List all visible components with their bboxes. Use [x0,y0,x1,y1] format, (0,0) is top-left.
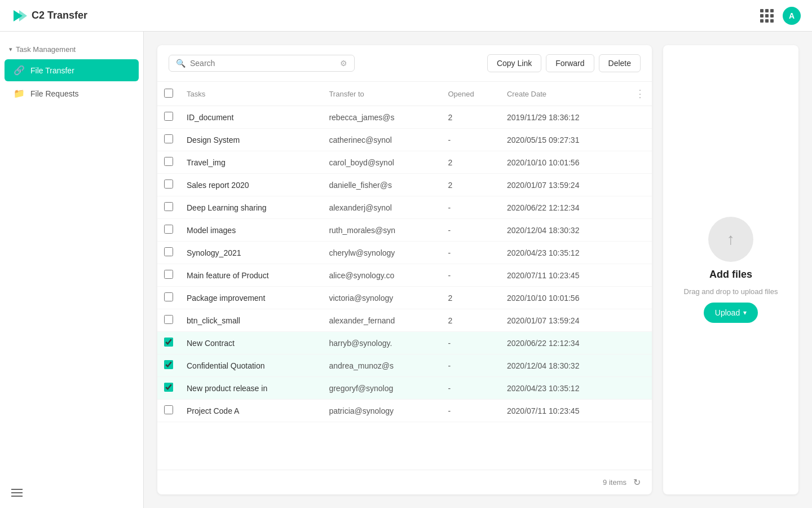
row-checkbox[interactable] [164,112,173,121]
add-files-subtitle: Drag and drop to upload files [684,287,778,296]
search-box: 🔍 ⚙ [169,55,355,72]
cell-transfer-to: harryb@synology. [322,332,441,354]
cell-opened: - [441,332,500,354]
table-row: Package improvement victoria@synology 2 … [157,287,652,309]
cell-opened: - [441,129,500,151]
cell-create-date: 2020/12/04 18:30:32 [500,354,628,377]
filter-icon[interactable]: ⚙ [340,59,347,68]
cell-transfer-to: gregoryf@synolog [322,377,441,400]
cell-transfer-to: danielle_fisher@s [322,174,441,196]
cell-opened: - [441,242,500,264]
cell-opened: - [441,264,500,287]
table-row: Model images ruth_morales@syn - 2020/12/… [157,219,652,242]
search-input[interactable] [190,59,336,68]
upload-button[interactable]: Upload ▾ [704,303,758,323]
logo-area: C2 Transfer [11,8,87,24]
cell-create-date: 2020/01/07 13:59:24 [500,309,628,332]
table-footer: 9 items ↻ [157,470,652,494]
table-panel: 🔍 ⚙ Copy Link Forward Delete [157,45,652,494]
row-checkbox[interactable] [164,405,173,414]
row-checkbox[interactable] [164,247,173,256]
cell-task: New product release in [180,377,322,400]
row-checkbox[interactable] [164,338,173,347]
sidebar: ▾ Task Management 🔗 File Transfer 📁 File… [0,32,144,508]
items-count: 9 items [603,478,626,487]
cell-opened: - [441,377,500,400]
table-row: Synology_2021 cherylw@synology - 2020/04… [157,242,652,264]
cell-opened: - [441,400,500,422]
table-row: Travel_img carol_boyd@synol 2 2020/10/10… [157,151,652,174]
cell-task: btn_click_small [180,309,322,332]
col-opened: Opened [441,82,500,106]
row-checkbox[interactable] [164,202,173,211]
cell-transfer-to: alice@synology.co [322,264,441,287]
logo-icon [11,8,27,24]
sidebar-item-label: File Transfer [30,66,74,75]
table-row: Sales report 2020 danielle_fisher@s 2 20… [157,174,652,196]
cell-task: Project Code A [180,400,322,422]
cell-task: Travel_img [180,151,322,174]
cell-task: ID_document [180,106,322,129]
cell-create-date: 2020/10/10 10:01:56 [500,151,628,174]
row-checkbox[interactable] [164,270,173,279]
cell-task: Main feature of Product [180,264,322,287]
cell-opened: 2 [441,174,500,196]
row-checkbox[interactable] [164,292,173,301]
table-row: btn_click_small alexander_fernand 2 2020… [157,309,652,332]
row-checkbox[interactable] [164,179,173,189]
section-label: Task Management [16,45,76,54]
cell-task: Model images [180,219,322,242]
user-avatar[interactable]: A [783,7,801,25]
row-checkbox[interactable] [164,225,173,234]
link-icon: 🔗 [14,65,25,76]
add-files-title: Add files [709,269,752,281]
topbar-right: A [760,7,801,25]
cell-task: Sales report 2020 [180,174,322,196]
table-row: Deep Learning sharing alexanderj@synol -… [157,196,652,219]
cell-task: Design System [180,129,322,151]
row-checkbox[interactable] [164,383,173,392]
cell-create-date: 2019/11/29 18:36:12 [500,106,628,129]
sidebar-item-file-transfer[interactable]: 🔗 File Transfer [5,59,139,81]
cell-task: Deep Learning sharing [180,196,322,219]
cell-create-date: 2020/04/23 10:35:12 [500,377,628,400]
select-all-checkbox[interactable] [164,89,173,98]
row-checkbox[interactable] [164,134,173,143]
main-content: 🔍 ⚙ Copy Link Forward Delete [144,32,812,508]
layout: ▾ Task Management 🔗 File Transfer 📁 File… [0,0,812,508]
col-create-date: Create Date [500,82,628,106]
column-options-icon[interactable]: ⋮ [635,88,645,99]
row-checkbox[interactable] [164,157,173,166]
cell-opened: - [441,196,500,219]
cell-transfer-to: carol_boyd@synol [322,151,441,174]
cell-transfer-to: cherylw@synology [322,242,441,264]
cell-create-date: 2020/07/11 10:23:45 [500,400,628,422]
cell-create-date: 2020/10/10 10:01:56 [500,287,628,309]
row-checkbox[interactable] [164,315,173,324]
task-management-section[interactable]: ▾ Task Management [0,41,143,58]
cell-transfer-to: catherinec@synol [322,129,441,151]
menu-icon[interactable] [11,489,23,497]
topbar: C2 Transfer A [0,0,812,32]
sidebar-item-file-requests[interactable]: 📁 File Requests [5,82,139,104]
sidebar-footer [11,489,23,497]
cell-task: Package improvement [180,287,322,309]
upload-arrow-icon: ↑ [727,230,735,248]
grid-apps-icon[interactable] [760,9,774,23]
cell-opened: 2 [441,309,500,332]
upload-label: Upload [715,308,740,317]
toolbar-actions: Copy Link Forward Delete [487,54,641,72]
col-transfer-to: Transfer to [322,82,441,106]
cell-transfer-to: alexanderj@synol [322,196,441,219]
cell-transfer-to: alexander_fernand [322,309,441,332]
cell-transfer-to: ruth_morales@syn [322,219,441,242]
cell-task: New Contract [180,332,322,354]
table-row: Project Code A patricia@synology - 2020/… [157,400,652,422]
copy-link-button[interactable]: Copy Link [487,54,541,72]
svg-marker-1 [19,10,27,21]
forward-button[interactable]: Forward [546,54,594,72]
delete-button[interactable]: Delete [599,54,641,72]
row-checkbox[interactable] [164,360,173,369]
refresh-icon[interactable]: ↻ [633,477,641,488]
right-panel: ↑ Add files Drag and drop to upload file… [663,45,798,494]
